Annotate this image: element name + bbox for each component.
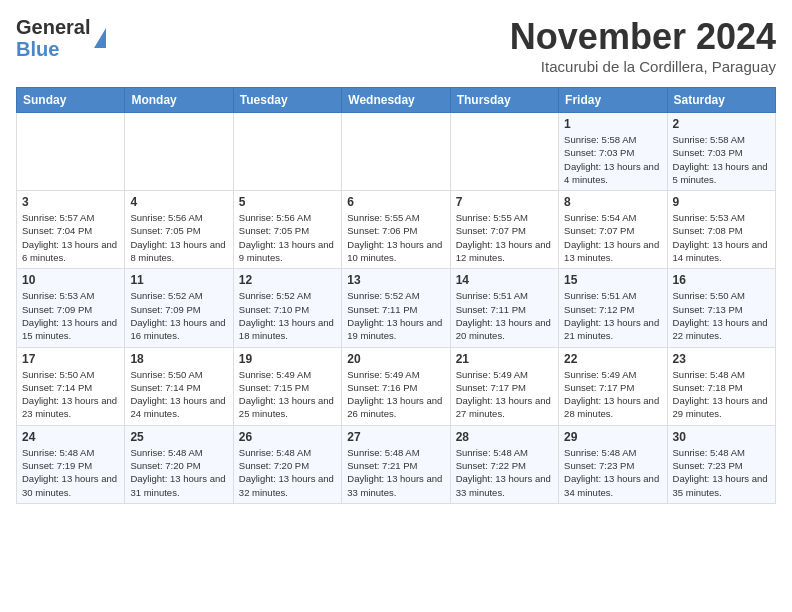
weekday-header-saturday: Saturday (667, 88, 775, 113)
calendar-cell: 11Sunrise: 5:52 AM Sunset: 7:09 PM Dayli… (125, 269, 233, 347)
calendar-cell: 8Sunrise: 5:54 AM Sunset: 7:07 PM Daylig… (559, 191, 667, 269)
day-number: 14 (456, 273, 553, 287)
day-number: 6 (347, 195, 444, 209)
calendar-cell: 4Sunrise: 5:56 AM Sunset: 7:05 PM Daylig… (125, 191, 233, 269)
calendar-cell: 18Sunrise: 5:50 AM Sunset: 7:14 PM Dayli… (125, 347, 233, 425)
day-number: 1 (564, 117, 661, 131)
day-info: Sunrise: 5:48 AM Sunset: 7:23 PM Dayligh… (673, 446, 770, 499)
day-number: 26 (239, 430, 336, 444)
day-info: Sunrise: 5:48 AM Sunset: 7:23 PM Dayligh… (564, 446, 661, 499)
day-number: 12 (239, 273, 336, 287)
day-info: Sunrise: 5:53 AM Sunset: 7:08 PM Dayligh… (673, 211, 770, 264)
day-number: 10 (22, 273, 119, 287)
calendar-cell (450, 113, 558, 191)
day-number: 24 (22, 430, 119, 444)
calendar-cell: 13Sunrise: 5:52 AM Sunset: 7:11 PM Dayli… (342, 269, 450, 347)
day-info: Sunrise: 5:51 AM Sunset: 7:12 PM Dayligh… (564, 289, 661, 342)
calendar-cell (125, 113, 233, 191)
day-number: 22 (564, 352, 661, 366)
calendar-table: SundayMondayTuesdayWednesdayThursdayFrid… (16, 87, 776, 504)
logo: General Blue (16, 16, 106, 60)
calendar-cell (17, 113, 125, 191)
day-info: Sunrise: 5:50 AM Sunset: 7:13 PM Dayligh… (673, 289, 770, 342)
calendar-cell: 16Sunrise: 5:50 AM Sunset: 7:13 PM Dayli… (667, 269, 775, 347)
logo-triangle-icon (94, 28, 106, 48)
day-info: Sunrise: 5:49 AM Sunset: 7:17 PM Dayligh… (564, 368, 661, 421)
calendar-cell: 1Sunrise: 5:58 AM Sunset: 7:03 PM Daylig… (559, 113, 667, 191)
calendar-cell: 10Sunrise: 5:53 AM Sunset: 7:09 PM Dayli… (17, 269, 125, 347)
day-info: Sunrise: 5:49 AM Sunset: 7:16 PM Dayligh… (347, 368, 444, 421)
day-info: Sunrise: 5:49 AM Sunset: 7:17 PM Dayligh… (456, 368, 553, 421)
day-number: 23 (673, 352, 770, 366)
calendar-cell: 23Sunrise: 5:48 AM Sunset: 7:18 PM Dayli… (667, 347, 775, 425)
day-info: Sunrise: 5:48 AM Sunset: 7:20 PM Dayligh… (239, 446, 336, 499)
logo-blue: Blue (16, 38, 59, 60)
day-number: 11 (130, 273, 227, 287)
day-number: 4 (130, 195, 227, 209)
day-info: Sunrise: 5:58 AM Sunset: 7:03 PM Dayligh… (564, 133, 661, 186)
weekday-header-wednesday: Wednesday (342, 88, 450, 113)
weekday-header-friday: Friday (559, 88, 667, 113)
day-number: 18 (130, 352, 227, 366)
day-info: Sunrise: 5:55 AM Sunset: 7:07 PM Dayligh… (456, 211, 553, 264)
day-number: 27 (347, 430, 444, 444)
day-number: 19 (239, 352, 336, 366)
weekday-header-monday: Monday (125, 88, 233, 113)
day-info: Sunrise: 5:48 AM Sunset: 7:18 PM Dayligh… (673, 368, 770, 421)
title-section: November 2024 Itacurubi de la Cordillera… (510, 16, 776, 75)
day-info: Sunrise: 5:56 AM Sunset: 7:05 PM Dayligh… (239, 211, 336, 264)
calendar-week-3: 10Sunrise: 5:53 AM Sunset: 7:09 PM Dayli… (17, 269, 776, 347)
calendar-cell: 14Sunrise: 5:51 AM Sunset: 7:11 PM Dayli… (450, 269, 558, 347)
day-number: 21 (456, 352, 553, 366)
day-number: 25 (130, 430, 227, 444)
calendar-cell: 3Sunrise: 5:57 AM Sunset: 7:04 PM Daylig… (17, 191, 125, 269)
weekday-header-row: SundayMondayTuesdayWednesdayThursdayFrid… (17, 88, 776, 113)
day-info: Sunrise: 5:56 AM Sunset: 7:05 PM Dayligh… (130, 211, 227, 264)
day-number: 13 (347, 273, 444, 287)
calendar-cell: 30Sunrise: 5:48 AM Sunset: 7:23 PM Dayli… (667, 425, 775, 503)
calendar-week-2: 3Sunrise: 5:57 AM Sunset: 7:04 PM Daylig… (17, 191, 776, 269)
day-info: Sunrise: 5:50 AM Sunset: 7:14 PM Dayligh… (130, 368, 227, 421)
calendar-cell: 22Sunrise: 5:49 AM Sunset: 7:17 PM Dayli… (559, 347, 667, 425)
day-number: 3 (22, 195, 119, 209)
calendar-cell: 29Sunrise: 5:48 AM Sunset: 7:23 PM Dayli… (559, 425, 667, 503)
day-info: Sunrise: 5:55 AM Sunset: 7:06 PM Dayligh… (347, 211, 444, 264)
calendar-cell: 12Sunrise: 5:52 AM Sunset: 7:10 PM Dayli… (233, 269, 341, 347)
day-number: 2 (673, 117, 770, 131)
calendar-cell: 25Sunrise: 5:48 AM Sunset: 7:20 PM Dayli… (125, 425, 233, 503)
day-info: Sunrise: 5:52 AM Sunset: 7:10 PM Dayligh… (239, 289, 336, 342)
weekday-header-sunday: Sunday (17, 88, 125, 113)
calendar-cell: 24Sunrise: 5:48 AM Sunset: 7:19 PM Dayli… (17, 425, 125, 503)
day-info: Sunrise: 5:48 AM Sunset: 7:20 PM Dayligh… (130, 446, 227, 499)
day-info: Sunrise: 5:52 AM Sunset: 7:09 PM Dayligh… (130, 289, 227, 342)
calendar-cell: 28Sunrise: 5:48 AM Sunset: 7:22 PM Dayli… (450, 425, 558, 503)
calendar-cell: 19Sunrise: 5:49 AM Sunset: 7:15 PM Dayli… (233, 347, 341, 425)
day-number: 16 (673, 273, 770, 287)
day-info: Sunrise: 5:48 AM Sunset: 7:22 PM Dayligh… (456, 446, 553, 499)
calendar-cell: 9Sunrise: 5:53 AM Sunset: 7:08 PM Daylig… (667, 191, 775, 269)
calendar-cell: 15Sunrise: 5:51 AM Sunset: 7:12 PM Dayli… (559, 269, 667, 347)
day-number: 15 (564, 273, 661, 287)
day-info: Sunrise: 5:48 AM Sunset: 7:21 PM Dayligh… (347, 446, 444, 499)
month-title: November 2024 (510, 16, 776, 58)
day-info: Sunrise: 5:49 AM Sunset: 7:15 PM Dayligh… (239, 368, 336, 421)
calendar-cell (233, 113, 341, 191)
calendar-week-1: 1Sunrise: 5:58 AM Sunset: 7:03 PM Daylig… (17, 113, 776, 191)
calendar-cell: 27Sunrise: 5:48 AM Sunset: 7:21 PM Dayli… (342, 425, 450, 503)
calendar-cell: 20Sunrise: 5:49 AM Sunset: 7:16 PM Dayli… (342, 347, 450, 425)
day-number: 28 (456, 430, 553, 444)
location-subtitle: Itacurubi de la Cordillera, Paraguay (510, 58, 776, 75)
day-info: Sunrise: 5:54 AM Sunset: 7:07 PM Dayligh… (564, 211, 661, 264)
day-info: Sunrise: 5:57 AM Sunset: 7:04 PM Dayligh… (22, 211, 119, 264)
calendar-cell: 5Sunrise: 5:56 AM Sunset: 7:05 PM Daylig… (233, 191, 341, 269)
day-number: 17 (22, 352, 119, 366)
day-info: Sunrise: 5:52 AM Sunset: 7:11 PM Dayligh… (347, 289, 444, 342)
day-info: Sunrise: 5:58 AM Sunset: 7:03 PM Dayligh… (673, 133, 770, 186)
calendar-cell: 17Sunrise: 5:50 AM Sunset: 7:14 PM Dayli… (17, 347, 125, 425)
weekday-header-tuesday: Tuesday (233, 88, 341, 113)
weekday-header-thursday: Thursday (450, 88, 558, 113)
day-info: Sunrise: 5:51 AM Sunset: 7:11 PM Dayligh… (456, 289, 553, 342)
day-number: 9 (673, 195, 770, 209)
calendar-week-4: 17Sunrise: 5:50 AM Sunset: 7:14 PM Dayli… (17, 347, 776, 425)
logo-general: General (16, 16, 90, 38)
